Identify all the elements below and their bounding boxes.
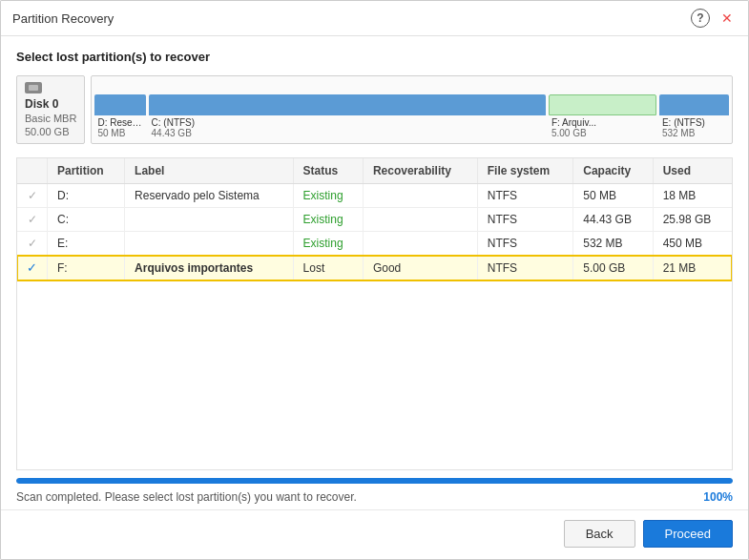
cell-partition-d: D: [48, 184, 125, 208]
partition-bar-e [659, 94, 729, 115]
col-filesystem: File system [477, 158, 572, 184]
cell-status-d: Existing [293, 184, 363, 208]
cell-recoverability-d [363, 184, 477, 208]
partition-block-f[interactable]: F: Arquiv... 5.00 GB [549, 79, 656, 140]
progress-percent: 100% [703, 490, 733, 504]
col-label: Label [125, 158, 294, 184]
table-row[interactable]: ✓ F: Arquivos importantes Lost Good NTFS… [17, 256, 732, 280]
checkbox-d[interactable]: ✓ [28, 189, 37, 202]
cell-capacity-e: 532 MB [573, 232, 653, 256]
disk-icon [25, 82, 42, 93]
cell-status-e: Existing [293, 232, 363, 256]
cell-partition-f: F: [48, 256, 125, 280]
checkbox-c[interactable]: ✓ [28, 213, 37, 226]
progress-bar-fill [16, 478, 733, 484]
partition-block-e[interactable]: E: (NTFS) 532 MB [659, 79, 729, 140]
cell-recoverability-f: Good [363, 256, 477, 280]
cell-used-d: 18 MB [653, 184, 732, 208]
disk-info: Disk 0 Basic MBR 50.00 GB [16, 75, 85, 144]
cell-status-c: Existing [293, 208, 363, 232]
checkbox-e[interactable]: ✓ [28, 237, 37, 250]
partition-table: Partition Label Status Recoverability Fi… [17, 158, 732, 280]
title-bar-right: ? ✕ [691, 9, 737, 28]
progress-bar-bg [16, 478, 733, 484]
title-bar-left: Partition Recovery [12, 11, 114, 26]
partition-label-d: D: Reserv... [94, 115, 145, 128]
disk-partitions: D: Reserv... 50 MB C: (NTFS) 44.43 GB F:… [91, 75, 733, 144]
cell-recoverability-c [363, 208, 477, 232]
cell-capacity-c: 44.43 GB [573, 208, 653, 232]
progress-row: Scan completed. Please select lost parti… [16, 487, 733, 509]
partition-label-f: F: Arquiv... [549, 115, 656, 128]
title-bar: Partition Recovery ? ✕ [1, 1, 748, 36]
partition-size-f: 5.00 GB [549, 128, 656, 140]
cell-label-f: Arquivos importantes [125, 256, 294, 280]
partition-label-c: C: (NTFS) [149, 115, 546, 128]
partition-bar-d [94, 94, 145, 115]
cell-capacity-d: 50 MB [573, 184, 653, 208]
cell-used-f: 21 MB [653, 256, 732, 280]
cell-label-c [125, 208, 294, 232]
col-check [17, 158, 48, 184]
proceed-button[interactable]: Proceed [643, 520, 733, 548]
disk-type: Basic MBR [25, 113, 76, 124]
close-button[interactable]: ✕ [718, 9, 737, 28]
help-button[interactable]: ? [691, 9, 710, 28]
partition-bar-c [149, 94, 546, 115]
cell-label-e [125, 232, 294, 256]
cell-used-c: 25.98 GB [653, 208, 732, 232]
disk-row: Disk 0 Basic MBR 50.00 GB D: Reserv... 5… [16, 75, 733, 144]
partition-size-c: 44.43 GB [149, 128, 546, 140]
col-partition: Partition [48, 158, 125, 184]
partition-label-e: E: (NTFS) [659, 115, 729, 128]
partition-block-d[interactable]: D: Reserv... 50 MB [94, 79, 145, 140]
cell-partition-e: E: [48, 232, 125, 256]
cell-recoverability-e [363, 232, 477, 256]
partition-bar-f [549, 94, 656, 115]
partition-table-container: Partition Label Status Recoverability Fi… [16, 157, 733, 470]
dialog-title: Partition Recovery [12, 11, 114, 26]
cell-fs-c: NTFS [477, 208, 572, 232]
col-capacity: Capacity [573, 158, 653, 184]
cell-label-d: Reservado pelo Sistema [125, 184, 294, 208]
table-row[interactable]: ✓ C: Existing NTFS 44.43 GB 25.98 GB [17, 208, 732, 232]
col-status: Status [293, 158, 363, 184]
footer-area: Scan completed. Please select lost parti… [16, 478, 733, 509]
col-recoverability: Recoverability [363, 158, 477, 184]
table-header-row: Partition Label Status Recoverability Fi… [17, 158, 732, 184]
partition-recovery-dialog: Partition Recovery ? ✕ Select lost parti… [0, 0, 749, 560]
cell-used-e: 450 MB [653, 232, 732, 256]
table-row[interactable]: ✓ E: Existing NTFS 532 MB 450 MB [17, 232, 732, 256]
back-button[interactable]: Back [564, 520, 635, 548]
col-used: Used [653, 158, 732, 184]
row-check-e[interactable]: ✓ [17, 232, 48, 256]
button-row: Back Proceed [1, 509, 748, 559]
cell-fs-d: NTFS [477, 184, 572, 208]
row-check-f[interactable]: ✓ [17, 256, 48, 280]
progress-text: Scan completed. Please select lost parti… [16, 490, 357, 504]
checkbox-f[interactable]: ✓ [27, 260, 37, 275]
disk-name: Disk 0 [25, 97, 58, 111]
cell-capacity-f: 5.00 GB [573, 256, 653, 280]
cell-fs-e: NTFS [477, 232, 572, 256]
row-check-c[interactable]: ✓ [17, 208, 48, 232]
cell-fs-f: NTFS [477, 256, 572, 280]
main-content: Select lost partition(s) to recover Disk… [1, 36, 748, 509]
row-check-d[interactable]: ✓ [17, 184, 48, 208]
cell-partition-c: C: [48, 208, 125, 232]
disk-size: 50.00 GB [25, 126, 69, 137]
cell-status-f: Lost [293, 256, 363, 280]
partition-size-d: 50 MB [94, 128, 145, 140]
partition-size-e: 532 MB [659, 128, 729, 140]
section-title: Select lost partition(s) to recover [16, 50, 733, 64]
table-row[interactable]: ✓ D: Reservado pelo Sistema Existing NTF… [17, 184, 732, 208]
partition-block-c[interactable]: C: (NTFS) 44.43 GB [149, 79, 546, 140]
